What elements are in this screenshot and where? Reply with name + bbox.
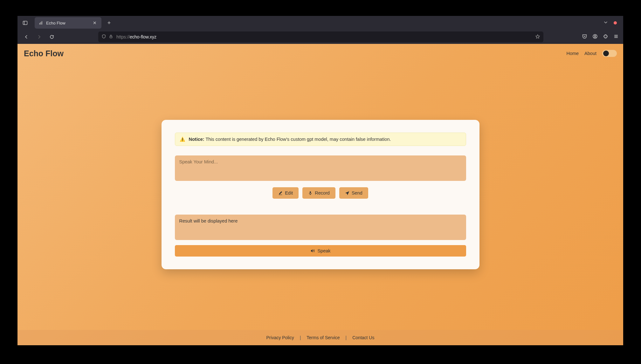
record-button[interactable]: Record: [302, 187, 335, 199]
footer-contact[interactable]: Contact Us: [352, 335, 374, 340]
forward-button[interactable]: [35, 32, 44, 41]
pocket-icon[interactable]: [582, 34, 587, 40]
svg-rect-0: [23, 21, 27, 25]
extensions-icon[interactable]: [603, 34, 608, 40]
footer-privacy[interactable]: Privacy Policy: [266, 335, 294, 340]
shield-icon[interactable]: [101, 34, 106, 40]
svg-point-7: [594, 35, 596, 36]
nav-home[interactable]: Home: [566, 51, 579, 56]
notice-banner: ⚠️ Notice: This content is generated by …: [175, 133, 466, 146]
browser-toolbar: https://echo-flow.xyz: [17, 30, 623, 44]
edit-button[interactable]: Edit: [272, 187, 299, 199]
recording-indicator-icon: [614, 21, 617, 24]
edit-button-label: Edit: [285, 190, 293, 196]
tab-bar: Echo Flow ✕ +: [17, 16, 623, 30]
send-button[interactable]: Send: [339, 187, 368, 199]
svg-rect-3: [40, 22, 41, 24]
result-box: Result will be displayed here: [175, 215, 466, 240]
account-icon[interactable]: [592, 34, 598, 40]
reload-button[interactable]: [47, 32, 56, 41]
footer-terms[interactable]: Terms of Service: [307, 335, 340, 340]
main-area: ⚠️ Notice: This content is generated by …: [17, 63, 623, 345]
lock-icon[interactable]: [109, 34, 113, 40]
warning-icon: ⚠️: [180, 137, 185, 142]
tabs-dropdown-icon[interactable]: [602, 18, 610, 28]
send-button-label: Send: [352, 190, 362, 196]
app-footer: Privacy Policy | Terms of Service | Cont…: [17, 330, 623, 345]
footer-separator: |: [346, 335, 347, 340]
bookmark-star-icon[interactable]: [535, 34, 540, 40]
speak-button-label: Speak: [317, 248, 330, 253]
theme-toggle[interactable]: [602, 50, 617, 57]
send-icon: [345, 191, 349, 195]
svg-rect-5: [110, 36, 112, 38]
svg-rect-2: [39, 23, 40, 24]
app-header: Echo Flow Home About: [17, 44, 623, 63]
tab-title: Echo Flow: [46, 21, 89, 25]
url-bar[interactable]: https://echo-flow.xyz: [98, 31, 543, 42]
app-viewport: Echo Flow Home About ⚠️ Notice: This con…: [17, 44, 623, 345]
edit-icon: [278, 191, 283, 195]
nav-about[interactable]: About: [584, 51, 596, 56]
app-nav: Home About: [566, 50, 617, 57]
prompt-input[interactable]: [175, 155, 466, 181]
browser-tab[interactable]: Echo Flow ✕: [35, 17, 101, 29]
url-text: https://echo-flow.xyz: [116, 34, 156, 39]
record-button-label: Record: [315, 190, 330, 196]
app-logo: Echo Flow: [24, 49, 64, 58]
theme-toggle-knob: [603, 51, 609, 56]
tab-close-icon[interactable]: ✕: [92, 20, 98, 26]
new-tab-button[interactable]: +: [104, 18, 114, 28]
action-buttons: Edit Record Send: [175, 187, 466, 199]
speak-button[interactable]: Speak: [175, 245, 466, 257]
menu-icon[interactable]: [613, 34, 619, 40]
speaker-icon: [310, 248, 315, 253]
tab-favicon-icon: [38, 20, 44, 25]
main-card: ⚠️ Notice: This content is generated by …: [162, 120, 479, 269]
notice-text: Notice: This content is generated by Ech…: [189, 137, 391, 142]
browser-window: Echo Flow ✕ +: [17, 16, 623, 345]
result-placeholder: Result will be displayed here: [179, 218, 238, 223]
microphone-icon: [308, 191, 313, 195]
tab-panel-icon[interactable]: [21, 18, 30, 27]
footer-separator: |: [300, 335, 301, 340]
svg-rect-11: [310, 191, 311, 193]
back-button[interactable]: [22, 32, 31, 41]
svg-rect-4: [42, 21, 42, 25]
